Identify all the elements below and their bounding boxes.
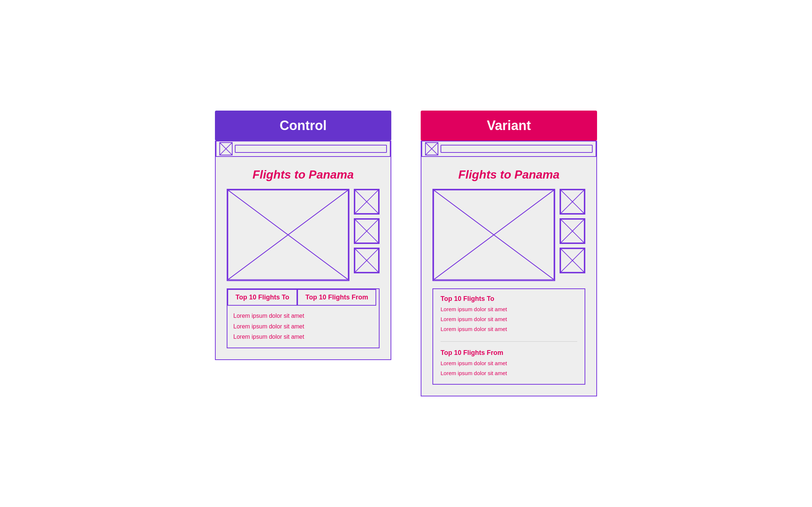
- control-thumb-1: [354, 189, 380, 215]
- control-page-title: Flights to Panama: [227, 168, 380, 181]
- variant-block-flights-from: Top 10 Flights From Lorem ipsum dolor si…: [441, 349, 577, 378]
- control-browser-content: Flights to Panama: [216, 157, 391, 359]
- control-lorem-1: Lorem ipsum dolor sit amet: [233, 311, 373, 321]
- variant-flights-from-title: Top 10 Flights From: [441, 349, 577, 357]
- variant-header: Variant: [421, 111, 597, 141]
- control-column: Control Flights to Panama: [215, 111, 391, 360]
- variant-thumb-1: [560, 189, 585, 215]
- variant-column: Variant Flights to Panama: [421, 111, 597, 396]
- control-header: Control: [215, 111, 391, 141]
- variant-block-flights-to: Top 10 Flights To Lorem ipsum dolor sit …: [441, 295, 577, 334]
- control-browser: Flights to Panama: [215, 141, 391, 360]
- control-lorem-2: Lorem ipsum dolor sit amet: [233, 321, 373, 332]
- control-thumbnails: [354, 189, 380, 273]
- control-tab-content: Lorem ipsum dolor sit amet Lorem ipsum d…: [227, 306, 379, 348]
- variant-section-divider: [441, 341, 577, 342]
- variant-thumbnails: [560, 189, 585, 273]
- control-lorem-3: Lorem ipsum dolor sit amet: [233, 332, 373, 342]
- variant-browser-content: Flights to Panama: [421, 157, 596, 396]
- variant-address-bar: [441, 145, 593, 153]
- control-main-image: [227, 189, 349, 281]
- page-wrapper: Control Flights to Panama: [15, 111, 797, 396]
- variant-content-section: Top 10 Flights To Lorem ipsum dolor sit …: [432, 288, 585, 385]
- control-thumb-2: [354, 218, 380, 244]
- variant-image-row: [432, 189, 585, 281]
- variant-main-image: [432, 189, 555, 281]
- control-tab-flights-to[interactable]: Top 10 Flights To: [227, 289, 297, 306]
- control-browser-icon: [219, 142, 233, 155]
- variant-flights-from-item-1: Lorem ipsum dolor sit amet: [441, 358, 577, 368]
- control-address-bar: [235, 145, 387, 153]
- control-tabs-section: Top 10 Flights To Top 10 Flights From Lo…: [227, 288, 380, 348]
- variant-flights-to-item-2: Lorem ipsum dolor sit amet: [441, 314, 577, 324]
- variant-flights-to-item-3: Lorem ipsum dolor sit amet: [441, 324, 577, 334]
- control-tab-flights-from[interactable]: Top 10 Flights From: [297, 289, 376, 306]
- variant-thumb-2: [560, 218, 585, 244]
- control-browser-bar: [216, 141, 391, 157]
- control-image-row: [227, 189, 380, 281]
- control-tabs-row: Top 10 Flights To Top 10 Flights From: [227, 289, 379, 306]
- variant-flights-from-item-2: Lorem ipsum dolor sit amet: [441, 368, 577, 378]
- variant-browser: Flights to Panama: [421, 141, 597, 396]
- variant-thumb-3: [560, 248, 585, 273]
- variant-browser-bar: [421, 141, 596, 157]
- variant-browser-icon: [425, 142, 438, 155]
- variant-flights-to-title: Top 10 Flights To: [441, 295, 577, 303]
- variant-flights-to-item-1: Lorem ipsum dolor sit amet: [441, 304, 577, 314]
- control-thumb-3: [354, 248, 380, 273]
- variant-page-title: Flights to Panama: [432, 168, 585, 181]
